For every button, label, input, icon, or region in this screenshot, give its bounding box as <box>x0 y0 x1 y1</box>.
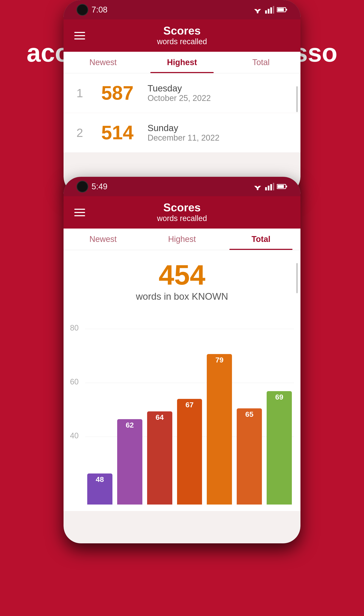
svg-rect-10 <box>286 9 287 11</box>
bar-rect-3: 64 <box>147 411 172 505</box>
bar-1: 48 <box>87 349 112 505</box>
svg-point-3 <box>257 12 259 13</box>
svg-rect-9 <box>277 8 284 11</box>
wifi-icon-2 <box>253 183 262 190</box>
score-day-2: Sunday <box>148 123 220 133</box>
bar-label-6: 65 <box>245 410 254 419</box>
bar-label-7: 69 <box>275 393 284 401</box>
phone-2-screen: 5:49 <box>64 177 300 543</box>
bar-4: 67 <box>177 349 202 505</box>
app-title-1: Scores <box>157 25 207 36</box>
svg-rect-21 <box>286 186 287 187</box>
chart-grid: 80 60 40 48 <box>70 317 294 511</box>
svg-rect-5 <box>268 9 270 14</box>
bar-label-2: 62 <box>126 421 134 429</box>
tab-bar-2: Newest Highest Total <box>64 229 300 250</box>
status-bar-1: 7:08 <box>64 0 300 19</box>
tab-highest-2[interactable]: Highest <box>143 229 222 250</box>
phone-2: 5:49 <box>64 177 300 543</box>
bar-2: 62 <box>117 349 142 505</box>
app-title-2: Scores <box>157 202 207 213</box>
scroll-indicator-2 <box>296 263 298 293</box>
total-section: 454 words in box KNOWN <box>64 250 300 308</box>
bar-label-5: 79 <box>215 356 223 364</box>
signal-icon-1 <box>265 6 274 14</box>
phone-1-screen: 7:08 <box>64 0 300 194</box>
tab-highest-1[interactable]: Highest <box>143 52 222 73</box>
y-label-80: 80 <box>70 323 79 332</box>
score-date-2: Sunday December 11, 2022 <box>148 123 220 142</box>
status-icons-1 <box>253 6 287 14</box>
battery-icon-2 <box>277 183 287 190</box>
svg-rect-15 <box>265 187 267 190</box>
score-fulldate-1: October 25, 2022 <box>148 94 211 103</box>
camera-notch-1 <box>77 4 88 16</box>
tab-total-1[interactable]: Total <box>221 52 300 73</box>
svg-rect-6 <box>270 7 272 14</box>
status-bar-2: 5:49 <box>64 177 300 196</box>
tab-total-2[interactable]: Total <box>221 229 300 250</box>
bar-5: 79 <box>207 349 232 505</box>
chart-area: 80 60 40 48 <box>64 308 300 511</box>
svg-rect-20 <box>277 185 284 188</box>
svg-point-14 <box>257 189 259 190</box>
total-count: 454 <box>64 261 300 289</box>
bar-rect-7: 69 <box>267 391 292 505</box>
bar-rect-1: 48 <box>87 474 112 505</box>
score-rank-2: 2 <box>77 126 94 140</box>
battery-icon-1 <box>277 7 287 13</box>
tab-newest-2[interactable]: Newest <box>64 229 143 250</box>
bar-rect-5: 79 <box>207 354 232 505</box>
app-bar-title-2: Scores words recalled <box>157 202 207 223</box>
bar-rect-4: 67 <box>177 399 202 505</box>
y-label-60: 60 <box>70 377 79 386</box>
time-1: 7:08 <box>91 5 107 14</box>
svg-rect-7 <box>273 6 274 14</box>
bar-rect-2: 62 <box>117 419 142 505</box>
phone-1: 7:08 <box>64 0 300 194</box>
svg-rect-4 <box>265 10 267 14</box>
bar-rect-6: 65 <box>237 408 262 505</box>
wifi-icon-1 <box>253 6 262 14</box>
score-value-2: 514 <box>94 122 141 144</box>
score-rank-1: 1 <box>77 86 94 100</box>
tab-bar-1: Newest Highest Total <box>64 52 300 73</box>
y-label-40: 40 <box>70 431 79 440</box>
grid-line-80 <box>85 329 294 329</box>
bar-label-1: 48 <box>96 475 104 484</box>
signal-icon-2 <box>265 183 274 190</box>
bar-label-3: 64 <box>156 413 164 422</box>
hamburger-button-1[interactable] <box>74 32 85 40</box>
score-day-1: Tuesday <box>148 83 211 94</box>
tab-newest-1[interactable]: Newest <box>64 52 143 73</box>
svg-rect-17 <box>270 184 272 190</box>
score-list-1: 1 587 Tuesday October 25, 2022 2 514 Sun… <box>64 73 300 153</box>
svg-rect-16 <box>268 186 270 190</box>
app-bar-title-1: Scores words recalled <box>157 25 207 46</box>
hamburger-button-2[interactable] <box>74 209 85 216</box>
scroll-indicator-1 <box>296 86 298 112</box>
app-bar-1: Scores words recalled <box>64 19 300 52</box>
bars-container: 48 62 64 <box>87 349 292 505</box>
bar-6: 65 <box>237 349 262 505</box>
svg-marker-13 <box>256 184 259 185</box>
score-fulldate-2: December 11, 2022 <box>148 133 220 142</box>
svg-marker-2 <box>256 7 259 8</box>
total-label: words in box KNOWN <box>64 291 300 302</box>
time-2: 5:49 <box>91 182 107 191</box>
page-background: Listas e gráficos para acompanhar seu su… <box>0 0 364 616</box>
bar-3: 64 <box>147 349 172 505</box>
camera-notch-2 <box>77 181 88 192</box>
bar-label-4: 67 <box>185 401 194 409</box>
bar-7: 69 <box>267 349 292 505</box>
svg-rect-18 <box>273 183 274 190</box>
score-date-1: Tuesday October 25, 2022 <box>148 83 211 103</box>
score-value-1: 587 <box>94 82 141 104</box>
score-row-1: 1 587 Tuesday October 25, 2022 <box>64 73 300 113</box>
app-subtitle-1: words recalled <box>157 37 207 46</box>
app-bar-2: Scores words recalled <box>64 196 300 229</box>
score-row-2: 2 514 Sunday December 11, 2022 <box>64 113 300 153</box>
status-icons-2 <box>253 183 287 190</box>
app-subtitle-2: words recalled <box>157 214 207 223</box>
